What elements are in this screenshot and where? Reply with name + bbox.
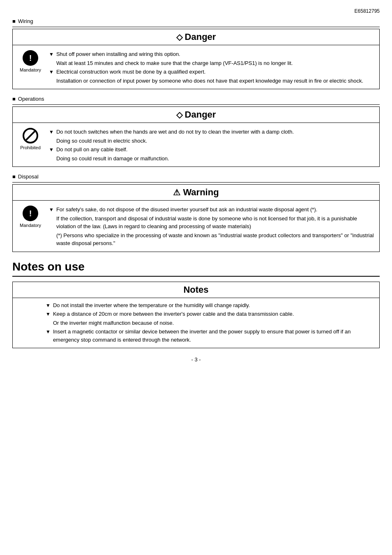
notes-item-2-sub: Or the inverter might malfunction becaus… [53,319,376,327]
operations-icon-cell: Prohibited [16,126,45,163]
notes-item-1: ▼ Do not install the inverter where the … [46,301,376,310]
page-number: - 3 - [12,356,380,363]
danger-icon-1: ◇ [176,32,182,42]
wiring-text-cell: ▼ Shut off power when installing and wir… [49,49,376,86]
operations-text-cell: ▼ Do not touch switches when the hands a… [49,126,376,163]
section-operations-label: Operations [12,96,380,102]
ops-item-2-sub: Doing so could result in damage or malfu… [56,155,376,163]
mandatory-icon-2: ! [23,206,38,221]
ops-item-1: ▼ Do not touch switches when the hands a… [49,128,376,136]
wiring-item-2-main: Electrical construction work must be don… [56,68,205,76]
wiring-icon-cell: ! Mandatory [16,49,45,86]
prohibited-icon [23,128,38,143]
notes-item-3: ▼ Insert a magnetic contactor or similar… [46,328,376,344]
notes-text-cell: ▼ Do not install the inverter where the … [46,301,376,345]
notes-header: Notes [13,282,379,298]
operations-label: Operations [18,96,44,102]
wiring-item-2-sub: Installation or connection of input powe… [56,77,376,85]
disposal-sub-2: (*) Persons who specialize in the proces… [56,231,376,247]
ops-item-2-main: Do not pull on any cable itself. [56,146,127,154]
notes-item-2-main: Keep a distance of 20cm or more between … [53,310,294,318]
operations-danger-header: ◇ Danger [13,107,379,123]
wiring-item-1-main: Shut off power when installing and wirin… [56,50,180,58]
wiring-danger-title: Danger [185,32,216,42]
prohibited-label: Prohibited [20,145,41,150]
mandatory-label-2: Mandatory [20,223,41,228]
notes-bullet-1: ▼ [46,302,51,310]
ops-item-1-main: Do not touch switches when the hands are… [56,128,294,136]
disposal-label: Disposal [18,173,39,180]
operations-danger-box: ◇ Danger Prohibited ▼ Do not touch switc… [12,106,380,167]
wiring-label: Wiring [18,18,33,24]
notes-bullet-2: ▼ [46,310,51,318]
wiring-danger-header: ◇ Danger [13,29,379,45]
disposal-text-cell: ▼ For safety's sake, do not dispose of t… [49,204,376,248]
mandatory-label-1: Mandatory [20,67,41,72]
disposal-item-1: ▼ For safety's sake, do not dispose of t… [49,206,376,214]
ops-bullet-1: ▼ [49,128,54,136]
ops-item-2: ▼ Do not pull on any cable itself. [49,146,376,154]
ops-item-1-sub: Doing so could result in electric shock. [56,137,376,145]
notes-title: Notes [183,284,208,295]
section-wiring-label: Wiring [12,18,380,24]
wiring-danger-box: ◇ Danger ! Mandatory ▼ Shut off power wh… [12,29,380,89]
ops-bullet-2: ▼ [49,146,54,154]
bullet-2: ▼ [49,68,54,76]
doc-id: E65812795 [12,8,380,14]
notes-item-3-main: Insert a magnetic contactor or similar d… [53,328,376,344]
wiring-item-2: ▼ Electrical construction work must be d… [49,68,376,76]
notes-item-1-main: Do not install the inverter where the te… [53,301,250,310]
wiring-item-1-sub: Wait at least 15 minutes and check to ma… [56,59,376,67]
operations-danger-title: Danger [185,109,216,120]
disposal-item-1-main: For safety's sake, do not dispose of the… [56,206,317,214]
disposal-warning-box: ⚠ Warning ! Mandatory ▼ For safety's sak… [12,184,380,252]
mandatory-icon-1: ! [23,50,38,66]
bullet-1: ▼ [49,51,54,58]
notes-bullet-3: ▼ [46,328,51,344]
warning-icon: ⚠ [173,187,180,197]
disposal-sub-1: If the collection, transport and disposa… [56,215,376,231]
notes-item-2: ▼ Keep a distance of 20cm or more betwee… [46,310,376,318]
notes-box: Notes ▼ Do not install the inverter wher… [12,282,380,349]
disposal-bullet-1: ▼ [49,206,54,214]
notes-on-use-title: Notes on use [12,260,380,277]
wiring-item-1: ▼ Shut off power when installing and wir… [49,50,376,58]
section-disposal-label: Disposal [12,173,380,180]
danger-icon-2: ◇ [176,110,182,120]
disposal-warning-title: Warning [183,187,219,198]
disposal-warning-header: ⚠ Warning [13,185,379,201]
disposal-icon-cell: ! Mandatory [16,204,45,248]
